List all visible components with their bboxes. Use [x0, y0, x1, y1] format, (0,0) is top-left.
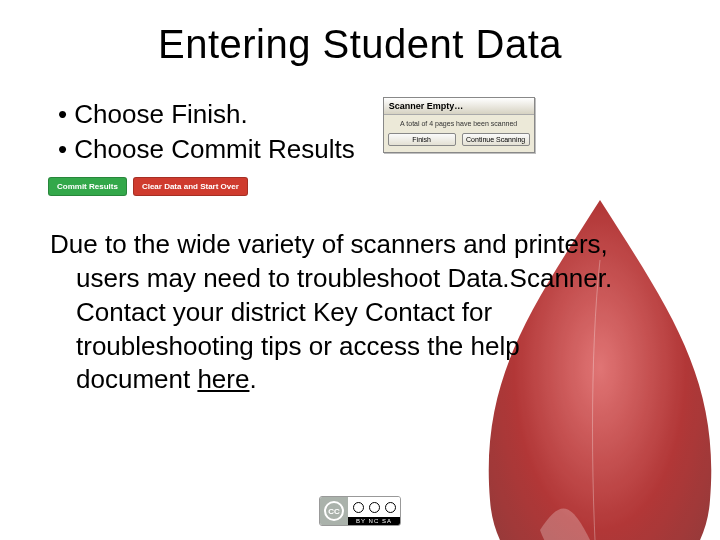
- commit-results-button[interactable]: Commit Results: [48, 177, 127, 196]
- dialog-button-row: Finish Continue Scanning: [384, 129, 534, 152]
- troubleshoot-paragraph: Due to the wide variety of scanners and …: [50, 228, 670, 397]
- dialog-message: A total of 4 pages have been scanned: [384, 115, 534, 129]
- para-line: users may need to troubleshoot Data.Scan…: [76, 263, 612, 293]
- help-document-link[interactable]: here: [197, 364, 249, 394]
- cc-license-badge: CC BY NC SA: [319, 496, 401, 526]
- cc-sa-icon: [385, 502, 396, 513]
- para-line: troubleshooting tips or access the help: [76, 331, 520, 361]
- para-line: Due to the wide variety of scanners and …: [50, 229, 608, 259]
- action-button-row: Commit Results Clear Data and Start Over: [48, 177, 670, 196]
- para-line: Contact your district Key Contact for: [76, 297, 492, 327]
- para-line: document: [76, 364, 197, 394]
- cc-icons: [348, 497, 400, 517]
- cc-logo-icon: CC: [320, 497, 348, 525]
- cc-terms-label: BY NC SA: [348, 517, 400, 525]
- cc-by-icon: [353, 502, 364, 513]
- continue-scanning-button[interactable]: Continue Scanning: [462, 133, 530, 146]
- dialog-title: Scanner Empty…: [384, 98, 534, 115]
- para-line: .: [249, 364, 256, 394]
- finish-button[interactable]: Finish: [388, 133, 456, 146]
- clear-data-button[interactable]: Clear Data and Start Over: [133, 177, 248, 196]
- bullet-item: Choose Commit Results: [58, 132, 355, 167]
- cc-nc-icon: [369, 502, 380, 513]
- scanner-empty-dialog: Scanner Empty… A total of 4 pages have b…: [383, 97, 535, 153]
- bullet-item: Choose Finish.: [58, 97, 355, 132]
- bullet-list: Choose Finish. Choose Commit Results: [50, 97, 355, 167]
- slide-title: Entering Student Data: [50, 22, 670, 67]
